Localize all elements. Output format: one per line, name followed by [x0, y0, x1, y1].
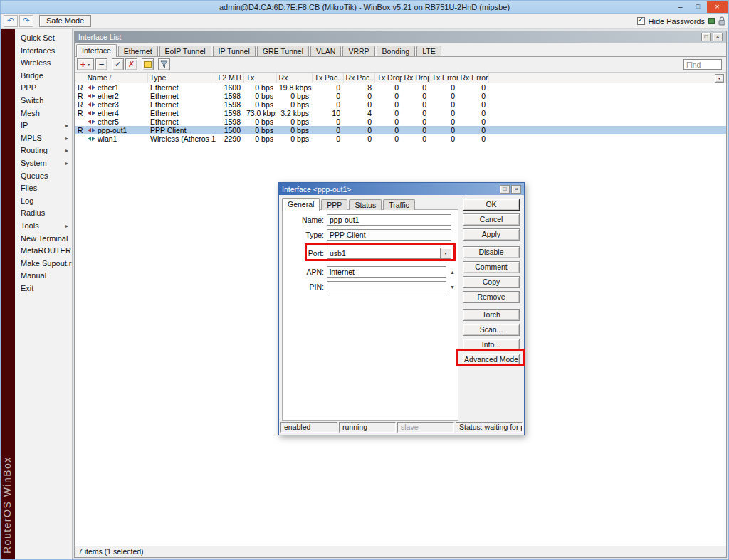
- undo-button[interactable]: ↶: [4, 15, 18, 27]
- sidebar-item-manual[interactable]: Manual: [15, 270, 72, 282]
- interface-row-ether5[interactable]: ether5 Ethernet 1598 0 bps 0 bps 0 0 0 0…: [75, 117, 726, 126]
- interface-row-ether3[interactable]: R ether3 Ethernet 1598 0 bps 0 bps 0 0 0…: [75, 100, 726, 109]
- tab-general[interactable]: General: [282, 198, 320, 211]
- sidebar-item-mpls[interactable]: MPLS▸: [15, 132, 72, 145]
- copy-button[interactable]: Copy: [463, 276, 520, 288]
- interface-row-ether1[interactable]: R ether1 Ethernet 1600 0 bps 19.8 kbps 0…: [75, 83, 726, 93]
- tab-eoip-tunnel[interactable]: EoIP Tunnel: [159, 46, 211, 56]
- find-input[interactable]: [683, 59, 722, 70]
- col-name[interactable]: Name/: [85, 73, 147, 83]
- name-input[interactable]: [327, 214, 451, 226]
- close-button[interactable]: ×: [707, 1, 728, 13]
- safe-mode-button[interactable]: Safe Mode: [39, 15, 91, 27]
- interface-row-ether2[interactable]: R ether2 Ethernet 1598 0 bps 0 bps 0 0 0…: [75, 92, 726, 100]
- sidebar-item-quick-set[interactable]: Quick Set: [15, 32, 72, 45]
- annotation-port-field: [305, 243, 456, 261]
- sidebar-item-log[interactable]: Log: [15, 195, 72, 208]
- enable-button[interactable]: ✓: [112, 58, 124, 70]
- cell-l2mtu: 2290: [216, 134, 243, 143]
- interface-row-wlan1[interactable]: wlan1 Wireless (Atheros 11N) 2290 0 bps …: [75, 134, 726, 143]
- tab-traffic[interactable]: Traffic: [383, 199, 415, 210]
- ok-button[interactable]: OK: [463, 199, 520, 211]
- comment-icon: [144, 61, 152, 68]
- ppp-interface-icon: [88, 127, 95, 133]
- collapse-up-arrow-icon[interactable]: ▲: [450, 270, 455, 275]
- interface-list-restore-button[interactable]: □: [701, 33, 711, 41]
- remove-button[interactable]: Remove: [463, 291, 520, 303]
- col-tx-errors[interactable]: Tx Errors: [429, 73, 458, 83]
- sidebar-item-ip[interactable]: IP▸: [15, 120, 72, 132]
- tab-vlan[interactable]: VLAN: [310, 46, 341, 56]
- col-rx-drops[interactable]: Rx Drops: [402, 73, 429, 83]
- comment-button[interactable]: Comment: [463, 261, 520, 273]
- col-tx-packet[interactable]: Tx Pac...: [312, 73, 343, 83]
- dialog-close-button[interactable]: ×: [511, 185, 521, 194]
- minimize-button[interactable]: –: [671, 1, 689, 13]
- tab-ip-tunnel[interactable]: IP Tunnel: [213, 46, 256, 56]
- interface-row-ppp-out1[interactable]: R ppp-out1 PPP Client 1500 0 bps 0 bps 0…: [75, 126, 726, 134]
- cell-tx-drops: 0: [374, 117, 402, 126]
- maximize-button[interactable]: □: [689, 1, 707, 13]
- tab-interface[interactable]: Interface: [76, 44, 117, 57]
- redo-button[interactable]: ↷: [19, 15, 33, 27]
- sidebar-item-new-terminal[interactable]: New Terminal: [15, 233, 72, 245]
- col-flags[interactable]: [75, 73, 85, 83]
- cell-flag: [75, 117, 85, 126]
- cancel-button[interactable]: Cancel: [463, 213, 520, 226]
- sidebar-item-system[interactable]: System▸: [15, 157, 72, 170]
- sidebar-item-mesh[interactable]: Mesh: [15, 107, 72, 120]
- col-type[interactable]: Type: [147, 73, 216, 83]
- sidebar-item-tools[interactable]: Tools▸: [15, 220, 72, 233]
- apply-button[interactable]: Apply: [463, 228, 520, 241]
- sidebar-item-exit[interactable]: Exit: [15, 282, 72, 295]
- sidebar-item-wireless[interactable]: Wireless: [15, 57, 72, 70]
- expand-down-arrow-icon[interactable]: ▼: [450, 285, 455, 290]
- tab-vrrp[interactable]: VRRP: [342, 46, 374, 56]
- tab-gre-tunnel[interactable]: GRE Tunnel: [257, 46, 309, 56]
- cell-tx: 0 bps: [243, 134, 276, 143]
- remove-button[interactable]: −: [95, 58, 107, 70]
- apn-input[interactable]: [327, 266, 446, 278]
- col-tx[interactable]: Tx: [243, 73, 276, 83]
- tab-ethernet[interactable]: Ethernet: [118, 46, 158, 56]
- sidebar: Quick Set Interfaces Wireless Bridge PPP…: [15, 29, 73, 559]
- interface-list-close-button[interactable]: ×: [713, 33, 723, 41]
- disable-button[interactable]: Disable: [463, 246, 520, 258]
- submenu-arrow-icon: ▸: [65, 120, 68, 132]
- tab-lte[interactable]: LTE: [416, 46, 441, 56]
- sidebar-item-metarouter[interactable]: MetaROUTER: [15, 245, 72, 258]
- tab-status[interactable]: Status: [349, 199, 382, 210]
- cell-flag: R: [75, 100, 85, 109]
- dialog-restore-button[interactable]: □: [500, 185, 510, 194]
- sidebar-item-routing[interactable]: Routing▸: [15, 144, 72, 157]
- col-tx-drops[interactable]: Tx Drops: [374, 73, 402, 83]
- sidebar-item-ppp[interactable]: PPP: [15, 82, 72, 95]
- col-rx-errors[interactable]: Rx Errors: [458, 73, 488, 83]
- sidebar-item-queues[interactable]: Queues: [15, 170, 72, 183]
- interface-list-title: Interface List: [78, 33, 700, 41]
- sidebar-item-bridge[interactable]: Bridge: [15, 70, 72, 83]
- disable-button[interactable]: ✗: [125, 58, 137, 70]
- column-selector-button[interactable]: ▼: [715, 74, 724, 83]
- sidebar-item-make-supout-rif[interactable]: Make Supout.rif: [15, 258, 72, 270]
- scan-button[interactable]: Scan...: [463, 324, 520, 336]
- hide-passwords-checkbox[interactable]: ✓: [637, 17, 645, 25]
- sidebar-item-label: Queues: [21, 170, 68, 183]
- cell-type: Ethernet: [147, 109, 216, 117]
- interface-row-ether4[interactable]: R ether4 Ethernet 1598 73.0 kbps 3.2 kbp…: [75, 109, 726, 117]
- torch-button[interactable]: Torch: [463, 309, 520, 321]
- add-button[interactable]: + ▼: [77, 58, 94, 70]
- tab-ppp[interactable]: PPP: [321, 199, 347, 210]
- sidebar-item-files[interactable]: Files: [15, 182, 72, 195]
- sidebar-item-interfaces[interactable]: Interfaces: [15, 45, 72, 58]
- sidebar-item-switch[interactable]: Switch: [15, 95, 72, 107]
- sidebar-item-radius[interactable]: Radius: [15, 207, 72, 220]
- window-titlebar: admin@D4:CA:6D:7E:F8:CB (MikroTik) - Win…: [1, 1, 728, 14]
- col-rx[interactable]: Rx: [276, 73, 312, 83]
- comment-button[interactable]: [142, 58, 154, 70]
- pin-input[interactable]: [327, 281, 446, 292]
- tab-bonding[interactable]: Bonding: [377, 46, 416, 56]
- filter-button[interactable]: [158, 58, 170, 70]
- col-rx-packet[interactable]: Rx Pac...: [343, 73, 374, 83]
- col-l2mtu[interactable]: L2 MTU: [216, 73, 243, 83]
